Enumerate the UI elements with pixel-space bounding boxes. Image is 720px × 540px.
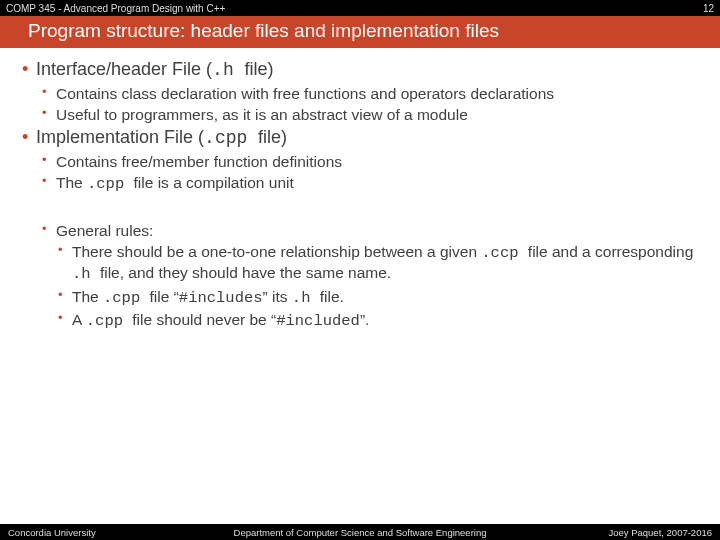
course-label: COMP 345 - Advanced Program Design with …: [6, 3, 225, 14]
content-area: Interface/header File (.h file) Contains…: [0, 48, 720, 331]
bullet-l1: Interface/header File (.h file): [22, 58, 698, 82]
header-bar: COMP 345 - Advanced Program Design with …: [0, 0, 720, 16]
slide-title: Program structure: header files and impl…: [0, 16, 720, 48]
slide: COMP 345 - Advanced Program Design with …: [0, 0, 720, 540]
bullet-l2: Contains free/member function definition…: [22, 152, 698, 171]
bullet-l1: Implementation File (.cpp file): [22, 126, 698, 150]
bullet-l3: The .cpp file “#includes” its .h file.: [22, 287, 698, 308]
bullet-l2: The .cpp file is a compilation unit: [22, 173, 698, 194]
footer-center: Department of Computer Science and Softw…: [234, 527, 487, 538]
bullet-l2: Contains class declaration with free fun…: [22, 84, 698, 103]
page-number: 12: [703, 3, 714, 14]
bullet-l2: Useful to programmers, as it is an abstr…: [22, 105, 698, 124]
bullet-l2: General rules:: [22, 221, 698, 240]
footer-right: Joey Paquet, 2007-2016: [608, 527, 712, 538]
bullet-l3: A .cpp file should never be “#included”.: [22, 310, 698, 331]
bullet-l3: There should be a one-to-one relationshi…: [22, 242, 698, 285]
footer-left: Concordia University: [8, 527, 96, 538]
footer-bar: Concordia University Department of Compu…: [0, 524, 720, 540]
